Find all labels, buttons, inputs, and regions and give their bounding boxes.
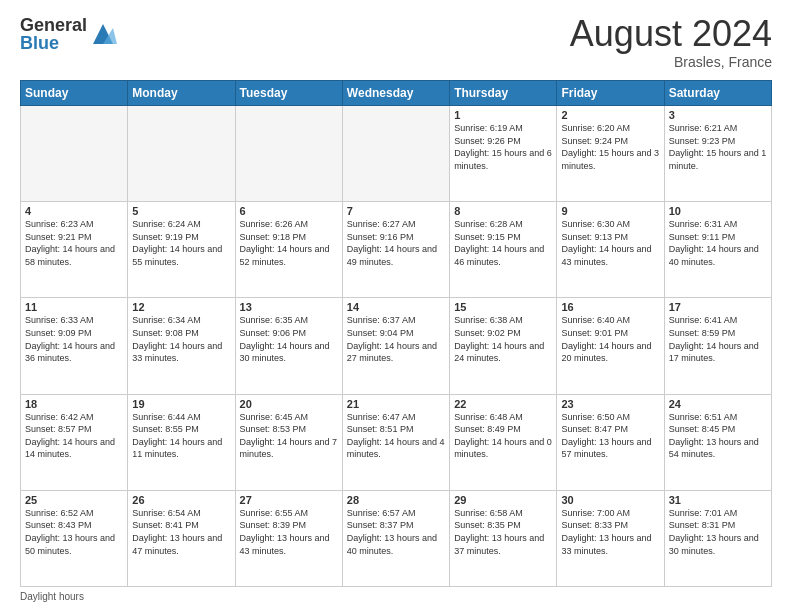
calendar-week-row: 11Sunrise: 6:33 AMSunset: 9:09 PMDayligh…	[21, 298, 772, 394]
day-info: Sunrise: 7:01 AMSunset: 8:31 PMDaylight:…	[669, 507, 767, 557]
day-number: 30	[561, 494, 659, 506]
calendar-body: 1Sunrise: 6:19 AMSunset: 9:26 PMDaylight…	[21, 106, 772, 587]
day-number: 29	[454, 494, 552, 506]
day-number: 16	[561, 301, 659, 313]
day-info: Sunrise: 6:21 AMSunset: 9:23 PMDaylight:…	[669, 122, 767, 172]
col-monday: Monday	[128, 81, 235, 106]
table-row	[21, 106, 128, 202]
table-row: 30Sunrise: 7:00 AMSunset: 8:33 PMDayligh…	[557, 490, 664, 586]
day-number: 19	[132, 398, 230, 410]
logo: General Blue	[20, 16, 117, 52]
calendar-week-row: 1Sunrise: 6:19 AMSunset: 9:26 PMDaylight…	[21, 106, 772, 202]
table-row: 29Sunrise: 6:58 AMSunset: 8:35 PMDayligh…	[450, 490, 557, 586]
day-info: Sunrise: 6:23 AMSunset: 9:21 PMDaylight:…	[25, 218, 123, 268]
day-info: Sunrise: 6:30 AMSunset: 9:13 PMDaylight:…	[561, 218, 659, 268]
day-number: 3	[669, 109, 767, 121]
col-thursday: Thursday	[450, 81, 557, 106]
day-info: Sunrise: 6:41 AMSunset: 8:59 PMDaylight:…	[669, 314, 767, 364]
calendar: Sunday Monday Tuesday Wednesday Thursday…	[20, 80, 772, 587]
table-row: 5Sunrise: 6:24 AMSunset: 9:19 PMDaylight…	[128, 202, 235, 298]
table-row: 19Sunrise: 6:44 AMSunset: 8:55 PMDayligh…	[128, 394, 235, 490]
logo-blue: Blue	[20, 34, 87, 52]
day-number: 6	[240, 205, 338, 217]
day-number: 28	[347, 494, 445, 506]
table-row: 26Sunrise: 6:54 AMSunset: 8:41 PMDayligh…	[128, 490, 235, 586]
day-number: 4	[25, 205, 123, 217]
calendar-header-row: Sunday Monday Tuesday Wednesday Thursday…	[21, 81, 772, 106]
day-number: 8	[454, 205, 552, 217]
table-row: 21Sunrise: 6:47 AMSunset: 8:51 PMDayligh…	[342, 394, 449, 490]
table-row	[342, 106, 449, 202]
title-block: August 2024 Brasles, France	[570, 16, 772, 70]
month-title: August 2024	[570, 16, 772, 52]
col-wednesday: Wednesday	[342, 81, 449, 106]
day-info: Sunrise: 6:47 AMSunset: 8:51 PMDaylight:…	[347, 411, 445, 461]
day-info: Sunrise: 6:38 AMSunset: 9:02 PMDaylight:…	[454, 314, 552, 364]
day-info: Sunrise: 6:50 AMSunset: 8:47 PMDaylight:…	[561, 411, 659, 461]
table-row: 3Sunrise: 6:21 AMSunset: 9:23 PMDaylight…	[664, 106, 771, 202]
table-row: 4Sunrise: 6:23 AMSunset: 9:21 PMDaylight…	[21, 202, 128, 298]
table-row: 23Sunrise: 6:50 AMSunset: 8:47 PMDayligh…	[557, 394, 664, 490]
table-row: 7Sunrise: 6:27 AMSunset: 9:16 PMDaylight…	[342, 202, 449, 298]
calendar-week-row: 25Sunrise: 6:52 AMSunset: 8:43 PMDayligh…	[21, 490, 772, 586]
col-friday: Friday	[557, 81, 664, 106]
day-info: Sunrise: 6:58 AMSunset: 8:35 PMDaylight:…	[454, 507, 552, 557]
day-number: 24	[669, 398, 767, 410]
table-row: 22Sunrise: 6:48 AMSunset: 8:49 PMDayligh…	[450, 394, 557, 490]
day-info: Sunrise: 6:31 AMSunset: 9:11 PMDaylight:…	[669, 218, 767, 268]
table-row: 16Sunrise: 6:40 AMSunset: 9:01 PMDayligh…	[557, 298, 664, 394]
day-info: Sunrise: 6:45 AMSunset: 8:53 PMDaylight:…	[240, 411, 338, 461]
day-number: 18	[25, 398, 123, 410]
day-info: Sunrise: 6:19 AMSunset: 9:26 PMDaylight:…	[454, 122, 552, 172]
day-info: Sunrise: 6:37 AMSunset: 9:04 PMDaylight:…	[347, 314, 445, 364]
day-number: 31	[669, 494, 767, 506]
table-row: 25Sunrise: 6:52 AMSunset: 8:43 PMDayligh…	[21, 490, 128, 586]
day-number: 27	[240, 494, 338, 506]
day-info: Sunrise: 6:26 AMSunset: 9:18 PMDaylight:…	[240, 218, 338, 268]
day-info: Sunrise: 6:20 AMSunset: 9:24 PMDaylight:…	[561, 122, 659, 172]
day-info: Sunrise: 6:54 AMSunset: 8:41 PMDaylight:…	[132, 507, 230, 557]
table-row: 20Sunrise: 6:45 AMSunset: 8:53 PMDayligh…	[235, 394, 342, 490]
table-row: 11Sunrise: 6:33 AMSunset: 9:09 PMDayligh…	[21, 298, 128, 394]
day-number: 10	[669, 205, 767, 217]
day-info: Sunrise: 6:42 AMSunset: 8:57 PMDaylight:…	[25, 411, 123, 461]
calendar-week-row: 18Sunrise: 6:42 AMSunset: 8:57 PMDayligh…	[21, 394, 772, 490]
day-number: 15	[454, 301, 552, 313]
day-number: 14	[347, 301, 445, 313]
day-info: Sunrise: 6:34 AMSunset: 9:08 PMDaylight:…	[132, 314, 230, 364]
logo-general: General	[20, 16, 87, 34]
table-row: 10Sunrise: 6:31 AMSunset: 9:11 PMDayligh…	[664, 202, 771, 298]
day-number: 11	[25, 301, 123, 313]
day-number: 2	[561, 109, 659, 121]
logo-text: General Blue	[20, 16, 87, 52]
table-row: 14Sunrise: 6:37 AMSunset: 9:04 PMDayligh…	[342, 298, 449, 394]
day-number: 9	[561, 205, 659, 217]
day-info: Sunrise: 6:57 AMSunset: 8:37 PMDaylight:…	[347, 507, 445, 557]
table-row: 27Sunrise: 6:55 AMSunset: 8:39 PMDayligh…	[235, 490, 342, 586]
day-number: 25	[25, 494, 123, 506]
day-info: Sunrise: 6:55 AMSunset: 8:39 PMDaylight:…	[240, 507, 338, 557]
day-info: Sunrise: 6:35 AMSunset: 9:06 PMDaylight:…	[240, 314, 338, 364]
table-row: 12Sunrise: 6:34 AMSunset: 9:08 PMDayligh…	[128, 298, 235, 394]
calendar-week-row: 4Sunrise: 6:23 AMSunset: 9:21 PMDaylight…	[21, 202, 772, 298]
day-info: Sunrise: 6:52 AMSunset: 8:43 PMDaylight:…	[25, 507, 123, 557]
table-row: 15Sunrise: 6:38 AMSunset: 9:02 PMDayligh…	[450, 298, 557, 394]
day-number: 13	[240, 301, 338, 313]
col-tuesday: Tuesday	[235, 81, 342, 106]
day-number: 17	[669, 301, 767, 313]
day-number: 12	[132, 301, 230, 313]
table-row	[235, 106, 342, 202]
table-row: 1Sunrise: 6:19 AMSunset: 9:26 PMDaylight…	[450, 106, 557, 202]
table-row: 9Sunrise: 6:30 AMSunset: 9:13 PMDaylight…	[557, 202, 664, 298]
table-row: 28Sunrise: 6:57 AMSunset: 8:37 PMDayligh…	[342, 490, 449, 586]
day-info: Sunrise: 6:33 AMSunset: 9:09 PMDaylight:…	[25, 314, 123, 364]
table-row: 18Sunrise: 6:42 AMSunset: 8:57 PMDayligh…	[21, 394, 128, 490]
table-row: 6Sunrise: 6:26 AMSunset: 9:18 PMDaylight…	[235, 202, 342, 298]
table-row: 2Sunrise: 6:20 AMSunset: 9:24 PMDaylight…	[557, 106, 664, 202]
daylight-hours-label: Daylight hours	[20, 591, 84, 602]
table-row: 24Sunrise: 6:51 AMSunset: 8:45 PMDayligh…	[664, 394, 771, 490]
table-row: 13Sunrise: 6:35 AMSunset: 9:06 PMDayligh…	[235, 298, 342, 394]
day-info: Sunrise: 6:44 AMSunset: 8:55 PMDaylight:…	[132, 411, 230, 461]
location: Brasles, France	[570, 54, 772, 70]
footer-note: Daylight hours	[20, 591, 772, 602]
